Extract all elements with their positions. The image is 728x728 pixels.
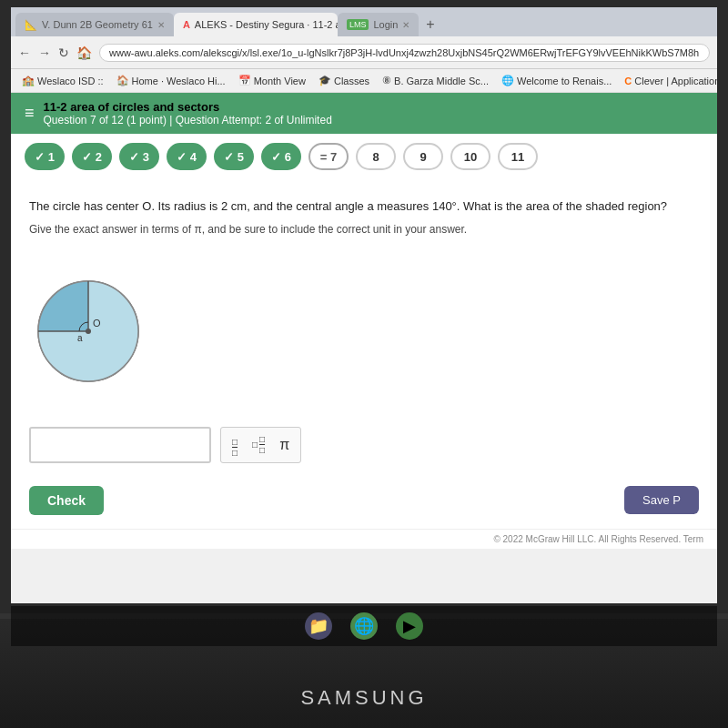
svg-text:a: a — [77, 333, 83, 343]
q-pill-5[interactable]: ✓ 5 — [214, 143, 254, 170]
q-pill-8[interactable]: 8 — [356, 143, 396, 170]
fraction-button[interactable]: □ □ — [228, 430, 241, 460]
pi-button[interactable]: π — [276, 435, 293, 455]
aleks-content: ≡ 11-2 area of circles and sectors Quest… — [11, 93, 717, 549]
tab-geometry-close[interactable]: ✕ — [157, 20, 165, 30]
check-button[interactable]: Check — [29, 486, 104, 515]
q-pill-11[interactable]: 11 — [498, 143, 538, 170]
footer: © 2022 McGraw Hill LLC. All Rights Reser… — [11, 529, 717, 549]
question-nav: ✓ 1 ✓ 2 ✓ 3 ✓ 4 ✓ 5 ✓ 6 = 7 8 9 10 11 — [11, 134, 717, 179]
copyright-text: © 2022 McGraw Hill LLC. All Rights Reser… — [493, 534, 703, 544]
tab-geometry[interactable]: 📐 V. Dunn 2B Geometry 61 ✕ — [15, 13, 174, 36]
forward-button[interactable]: → — [38, 46, 51, 60]
check-section: Check Save P — [11, 472, 717, 529]
taskbar-play-icon[interactable]: ▶ — [396, 612, 423, 640]
bookmark-classes[interactable]: 🎓 Classes — [315, 74, 373, 87]
bookmark-weslaco[interactable]: 🏫 Weslaco ISD :: — [18, 74, 107, 87]
svg-text:O: O — [93, 318, 101, 329]
bookmarks-bar: 🏫 Weslaco ISD :: 🏠 Home · Weslaco Hi... … — [11, 69, 717, 93]
tab-aleks-favicon: A — [183, 19, 190, 30]
bookmark-monthview-icon: 📅 — [238, 75, 251, 86]
tab-login[interactable]: LMS Login ✕ — [338, 13, 419, 36]
hamburger-menu[interactable]: ≡ — [25, 104, 35, 123]
answer-area: □ □ □ □ □ π — [11, 418, 717, 472]
circle-diagram: O a — [29, 272, 147, 390]
circle-svg: O a — [29, 272, 147, 390]
question-section: The circle has center O. Its radius is 2… — [11, 179, 717, 263]
refresh-button[interactable]: ↻ — [58, 46, 69, 60]
bookmark-garza-icon: ⑧ — [382, 75, 391, 86]
laptop-base: 📁 🌐 ▶ SAMSUNG — [0, 619, 728, 728]
section-title: 11-2 area of circles and sectors — [44, 100, 332, 114]
samsung-logo: SAMSUNG — [0, 686, 728, 710]
bookmark-monthview[interactable]: 📅 Month View — [235, 74, 309, 87]
tab-bar: 📐 V. Dunn 2B Geometry 61 ✕ A ALEKS - Des… — [11, 7, 717, 36]
mixed-fraction-button[interactable]: □ □ □ — [248, 432, 268, 457]
tab-login-label: Login — [373, 19, 398, 30]
bookmark-clever[interactable]: C Clever | Applications — [621, 75, 717, 87]
question-main-text: The circle has center O. Its radius is 2… — [29, 197, 699, 216]
taskbar: 📁 🌐 ▶ — [11, 606, 717, 646]
tab-login-close[interactable]: ✕ — [402, 20, 410, 30]
bookmark-garza[interactable]: ⑧ B. Garza Middle Sc... — [379, 74, 492, 87]
q-pill-9[interactable]: 9 — [403, 143, 443, 170]
q-pill-3[interactable]: ✓ 3 — [119, 143, 159, 170]
url-input[interactable] — [99, 44, 710, 62]
question-instruction: Give the exact answer in terms of π, and… — [29, 223, 699, 236]
tab-login-favicon: LMS — [347, 19, 369, 30]
tab-aleks-label: ALEKS - Destiny Segura · 11-2 ar — [195, 19, 338, 30]
bookmark-clever-icon: C — [624, 76, 632, 86]
math-toolbar: □ □ □ □ □ π — [220, 427, 301, 463]
bookmark-weslaco-icon: 🏫 — [22, 75, 35, 86]
taskbar-files-icon[interactable]: 📁 — [305, 612, 332, 640]
back-button[interactable]: ← — [18, 46, 31, 60]
diagram-area: O a — [11, 263, 717, 399]
q-pill-1[interactable]: ✓ 1 — [25, 143, 65, 170]
bookmark-renais[interactable]: 🌐 Welcome to Renais... — [498, 74, 615, 87]
tab-geometry-favicon: 📐 — [25, 19, 37, 31]
bookmark-renais-icon: 🌐 — [501, 75, 514, 86]
q-pill-4[interactable]: ✓ 4 — [167, 143, 207, 170]
svg-point-4 — [86, 329, 91, 334]
aleks-header: ≡ 11-2 area of circles and sectors Quest… — [11, 93, 717, 134]
save-button[interactable]: Save P — [624, 486, 699, 514]
taskbar-chrome-icon[interactable]: 🌐 — [350, 612, 378, 640]
q-pill-7[interactable]: = 7 — [308, 143, 349, 170]
q-pill-10[interactable]: 10 — [450, 143, 490, 170]
tab-aleks[interactable]: A ALEKS - Destiny Segura · 11-2 ar ✕ — [174, 13, 338, 36]
question-info: Question 7 of 12 (1 point) | Question At… — [44, 114, 332, 126]
bookmark-home[interactable]: 🏠 Home · Weslaco Hi... — [113, 74, 229, 87]
new-tab-button[interactable]: + — [419, 13, 441, 36]
tab-geometry-label: V. Dunn 2B Geometry 61 — [42, 19, 153, 30]
bookmark-home-icon: 🏠 — [116, 75, 129, 86]
header-info: 11-2 area of circles and sectors Questio… — [44, 100, 332, 126]
q-pill-2[interactable]: ✓ 2 — [72, 143, 112, 170]
home-button[interactable]: 🏠 — [76, 46, 92, 60]
q-pill-6[interactable]: ✓ 6 — [261, 143, 301, 170]
bookmark-classes-icon: 🎓 — [318, 75, 331, 86]
answer-input[interactable] — [29, 427, 211, 463]
address-bar: ← → ↻ 🏠 — [11, 36, 717, 69]
